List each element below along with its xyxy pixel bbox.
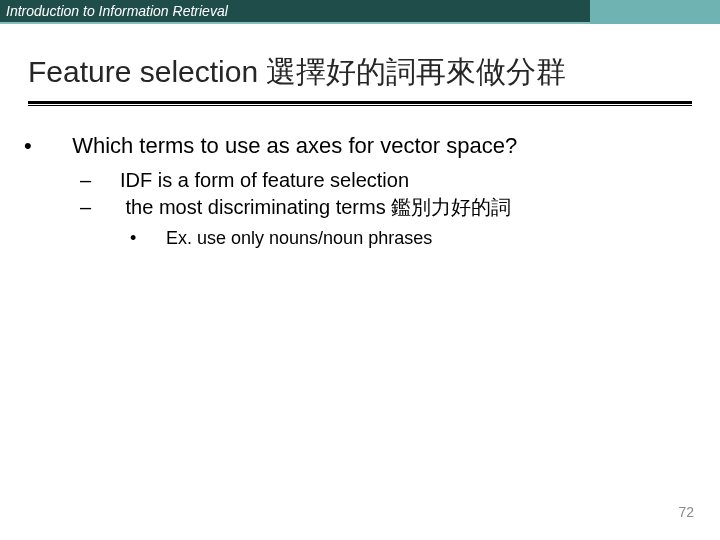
bullet-l3-text: Ex. use only nouns/noun phrases	[166, 228, 432, 248]
bullet-l2-item: the most discriminating terms 鑑別力好的詞 Ex.…	[100, 194, 670, 250]
bullet-l2b-text: the most discriminating terms 鑑別力好的詞	[126, 196, 512, 218]
slide-content: Which terms to use as axes for vector sp…	[0, 114, 720, 250]
header-course-title: Introduction to Information Retrieval	[6, 3, 228, 19]
header-accent-block	[590, 0, 720, 24]
bullet-list-level2: IDF is a form of feature selection the m…	[100, 167, 670, 250]
header-bar: Introduction to Information Retrieval	[0, 0, 720, 24]
bullet-l2-item: IDF is a form of feature selection	[100, 167, 670, 194]
bullet-l1-text: Which terms to use as axes for vector sp…	[72, 133, 517, 158]
slide-title: Feature selection 選擇好的詞再來做分群	[28, 52, 692, 99]
page-number: 72	[678, 504, 694, 520]
title-area: Feature selection 選擇好的詞再來做分群	[0, 24, 720, 114]
bullet-list-level3: Ex. use only nouns/noun phrases	[148, 227, 670, 250]
title-divider	[28, 101, 692, 106]
bullet-l3-item: Ex. use only nouns/noun phrases	[148, 227, 670, 250]
bullet-l2a-text: IDF is a form of feature selection	[120, 169, 409, 191]
bullet-list-level1: Which terms to use as axes for vector sp…	[50, 132, 670, 250]
bullet-l1-item: Which terms to use as axes for vector sp…	[50, 132, 670, 250]
